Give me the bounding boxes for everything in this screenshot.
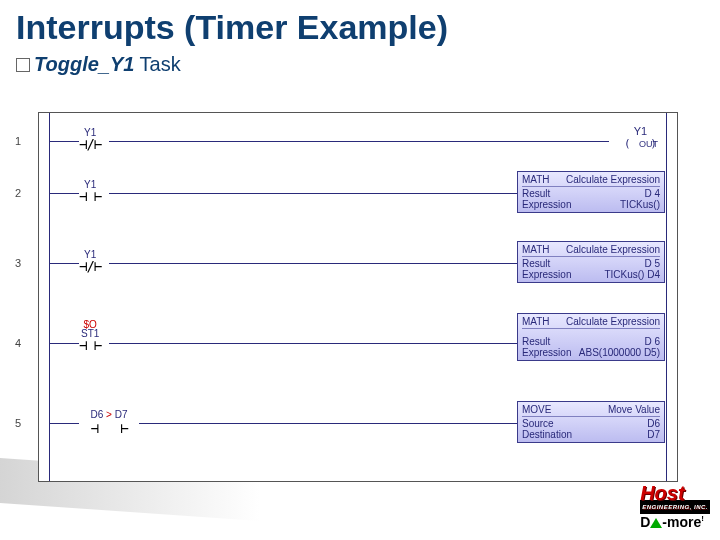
contact-nc-y1-2[interactable]: Y1 ⊣/⊢: [79, 249, 101, 274]
box-field: Destination: [522, 429, 572, 440]
box-title: MOVE: [522, 404, 551, 415]
box-value: ABS(1000000 D5): [579, 347, 660, 358]
left-rail: [49, 113, 50, 481]
wire: [49, 193, 79, 194]
contact-d6: D6: [91, 409, 104, 420]
right-rail: [666, 113, 667, 481]
logo-area: Host ENGINEERING, INC. D-more!: [640, 486, 710, 530]
wire: [109, 141, 609, 142]
box-field: Result: [522, 258, 550, 269]
rung-number: 4: [15, 337, 21, 349]
host-eng: ENGINEERING, INC.: [640, 500, 710, 514]
box-field: Result: [522, 336, 550, 347]
checkbox-icon: [16, 58, 30, 72]
contact-no-y1[interactable]: Y1 ⊣ ⊢: [79, 179, 101, 204]
box-sub: Calculate Expression: [566, 174, 660, 185]
coil-sub: OUT: [639, 139, 658, 149]
box-value: TICKus(): [620, 199, 660, 210]
box-field: Source: [522, 418, 554, 429]
math-box[interactable]: MATHCalculate Expression ResultD 4 Expre…: [517, 171, 665, 213]
math-box-2[interactable]: MATHCalculate Expression ResultD 5 Expre…: [517, 241, 665, 283]
task-name: Toggle_Y1: [34, 53, 134, 75]
nc-contact-icon: ⊣/⊢: [79, 136, 101, 152]
wire: [49, 263, 79, 264]
box-value: TICKus() D4: [604, 269, 660, 280]
contact-so-st1[interactable]: $O ST1 ⊣ ⊢: [79, 319, 101, 353]
box-value: D 5: [644, 258, 660, 269]
output-coil[interactable]: Y1 ( ) OUT: [624, 125, 657, 150]
box-title: MATH: [522, 316, 550, 327]
task-word: Task: [134, 53, 180, 75]
host-logo: Host ENGINEERING, INC.: [640, 486, 710, 514]
triangle-icon: [650, 518, 662, 528]
box-title: MATH: [522, 244, 550, 255]
box-field: Expression: [522, 269, 571, 280]
no-contact-icon: ⊣ ⊢: [90, 420, 127, 436]
box-field: Expression: [522, 347, 571, 358]
wire: [109, 263, 519, 264]
ladder-diagram: 1 Y1 ⊣/⊢ Y1 ( ) OUT 2 Y1 ⊣ ⊢ MATHCalcula…: [38, 112, 678, 482]
rung-number: 2: [15, 187, 21, 199]
math-box-3[interactable]: MATHCalculate Expression ResultD 6 Expre…: [517, 313, 665, 361]
box-title: MATH: [522, 174, 550, 185]
nc-contact-icon: ⊣/⊢: [79, 258, 101, 274]
domore-logo: D-more!: [640, 514, 710, 530]
box-sub: Calculate Expression: [566, 244, 660, 255]
rung-number: 1: [15, 135, 21, 147]
box-value: D 6: [644, 336, 660, 347]
box-field: Expression: [522, 199, 571, 210]
wire: [109, 343, 519, 344]
wire: [49, 141, 79, 142]
box-field: Result: [522, 188, 550, 199]
no-contact-icon: ⊣ ⊢: [79, 337, 101, 353]
move-box[interactable]: MOVEMove Value SourceD6 DestinationD7: [517, 401, 665, 443]
wire: [49, 343, 79, 344]
task-subtitle: Toggle_Y1 Task: [0, 47, 720, 84]
rung-number: 5: [15, 417, 21, 429]
wire: [109, 193, 519, 194]
contact-d7: D7: [115, 409, 128, 420]
box-value: D 4: [644, 188, 660, 199]
compare-contact[interactable]: D6 > D7 ⊣ ⊢: [79, 409, 139, 436]
box-sub: Calculate Expression: [566, 316, 660, 327]
rung-number: 3: [15, 257, 21, 269]
page-title: Interrupts (Timer Example): [0, 0, 720, 47]
box-value: D7: [647, 429, 660, 440]
contact-nc-y1[interactable]: Y1 ⊣/⊢: [79, 127, 101, 152]
box-sub: Move Value: [608, 404, 660, 415]
box-value: D6: [647, 418, 660, 429]
compare-icon: >: [106, 409, 112, 420]
coil-label: Y1: [634, 125, 647, 137]
wire: [139, 423, 519, 424]
wire: [49, 423, 79, 424]
no-contact-icon: ⊣ ⊢: [79, 188, 101, 204]
